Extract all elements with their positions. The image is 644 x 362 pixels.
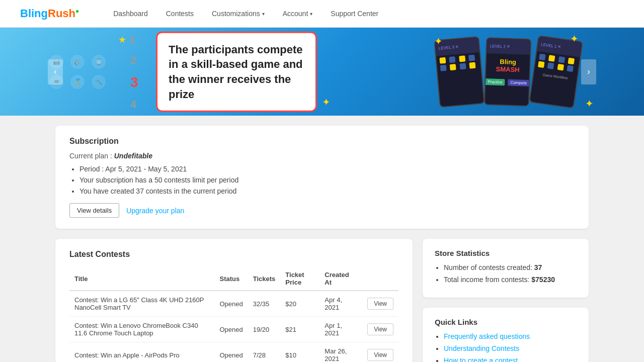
nav-customizations[interactable]: Customizations ▾ [203,0,274,28]
contest-title-1: Contest: Win a Lenovo ChromeBook C340 11… [69,317,214,342]
banner-cards: LEVEL 3 ✕ LEVEL 2 ✕ Bling SMASH Practice… [437,38,579,106]
upgrade-plan-link[interactable]: Upgrade your plan [126,207,184,215]
banner-headline: The participants compete in a skill-base… [156,31,317,112]
contest-tickets-2: 7/28 [248,342,281,363]
banner-prev-button[interactable]: ‹ [48,59,63,84]
banner-icon: ⌚ [92,55,106,69]
stat-label-1: Total income from contests: [444,276,531,284]
sub-bullet-3: You have created 37 contests in the curr… [79,187,575,195]
step-4: 4 [118,98,136,111]
contest-created-1: Apr 1, 2021 [319,317,362,342]
stat-item-0: Number of contests created: 37 [444,263,577,272]
card-dots [436,52,481,73]
blingsmash-logo: Bling SMASH [486,53,530,78]
lower-section: Latest Contests Title Status Tickets Tic… [55,239,589,362]
table-row: Contest: Win a Lenovo ChromeBook C340 11… [69,317,398,342]
col-title: Title [69,267,214,291]
view-contest-1-button[interactable]: View [367,323,393,335]
step-number: 4 [130,98,136,111]
stat-label-0: Number of contests created: [444,263,534,272]
step-1: ★ 1 [118,33,135,46]
sidebar: Store Statistics Number of contests crea… [423,239,589,362]
quicklink-faq[interactable]: Frequently asked questions [444,332,530,340]
stats-list: Number of contests created: 37 Total inc… [444,263,577,284]
quicklink-understanding[interactable]: Understanding Contests [444,344,519,352]
step-3: 3 [118,74,138,90]
view-contest-2-button[interactable]: View [367,349,393,361]
star-decoration: ✦ [570,33,579,45]
quicklinks-title: Quick Links [435,318,577,326]
contest-action-1: View [362,317,398,342]
step-number: 3 [130,74,138,90]
contest-title-0: Contest: Win a LG 65" Class 4K UHD 2160P… [69,291,214,317]
subscription-card: Subscription Current plan : Undefitable … [55,126,589,229]
subscription-plan: Current plan : Undefitable [69,152,575,160]
contests-section-title: Latest Contests [69,250,398,259]
quicklinks-card: Quick Links Frequently asked questionsUn… [423,308,589,362]
subscription-bullets: Period : Apr 5, 2021 - May 5, 2021 Your … [79,165,575,195]
view-details-button[interactable]: View details [69,203,119,218]
quicklinks-list: Frequently asked questionsUnderstanding … [444,332,577,362]
col-action [362,267,398,291]
contest-status-2: Opened [214,342,248,363]
nav-links: Dashboard Contests Customizations ▾ Acco… [104,0,624,28]
contest-status-1: Opened [214,317,248,342]
quicklink-create[interactable]: How to create a contest [444,356,518,362]
nav-account[interactable]: Account ▾ [274,0,322,28]
nav-support[interactable]: Support Center [321,0,387,28]
logo: BlingRush● [20,7,79,20]
contest-status-0: Opened [214,291,248,317]
banner-card-2: LEVEL 2 ✕ Bling SMASH Practice Compete [484,37,532,106]
view-contest-0-button[interactable]: View [367,298,393,310]
logo-bling: Bling [20,7,48,20]
star-decoration: ✦ [585,98,594,110]
step-2: 2 [118,53,136,66]
logo-dot: ● [75,8,79,15]
sub-bullet-2: Your subscription has a 50 contests limi… [79,176,575,184]
contest-action-2: View [362,342,398,363]
subscription-title: Subscription [69,137,575,146]
banner-steps: ★ 1 2 3 4 [118,33,138,111]
banner-next-button[interactable]: › [581,59,596,84]
quicklink-item-understanding: Understanding Contests [444,344,577,352]
contests-card: Latest Contests Title Status Tickets Tic… [55,239,413,362]
quicklink-item-create: How to create a contest [444,356,577,362]
contest-created-2: Mar 26, 2021 [319,342,362,363]
quicklink-item-faq: Frequently asked questions [444,332,577,340]
contest-price-0: $20 [280,291,319,317]
stat-item-1: Total income from contests: $75230 [444,276,577,284]
stat-value-0: 37 [534,263,542,272]
banner-icon: 🏅 [70,75,85,89]
card-header: LEVEL 2 ✕ [487,38,530,55]
stat-value-1: $75230 [531,276,555,284]
sub-bullet-1: Period : Apr 5, 2021 - May 5, 2021 [79,165,575,173]
col-created-at: Created At [319,267,362,291]
contests-table: Title Status Tickets Ticket Price Create… [69,267,398,362]
nav-contests[interactable]: Contests [157,0,203,28]
col-status: Status [214,267,248,291]
contest-created-0: Apr 4, 2021 [319,291,362,317]
step-number: 1 [129,33,135,46]
table-row: Contest: Win a LG 65" Class 4K UHD 2160P… [69,291,398,317]
contest-tickets-0: 32/35 [248,291,281,317]
stats-card: Store Statistics Number of contests crea… [423,239,589,298]
plan-label: Current plan : [69,152,114,160]
nav-dashboard[interactable]: Dashboard [104,0,157,28]
contest-title-2: Contest: Win an Apple - AirPods Pro [69,342,214,363]
contest-tickets-1: 19/20 [248,317,281,342]
star-decoration: ✦ [434,35,443,47]
plan-name: Undefitable [114,152,152,160]
logo-rush: Rush [48,7,75,20]
subscription-actions: View details Upgrade your plan [69,203,575,218]
navbar: BlingRush● Dashboard Contests Customizat… [0,0,644,28]
col-ticket-price: Ticket Price [280,267,319,291]
contest-action-0: View [362,291,398,317]
star-decoration: ✦ [322,96,331,108]
contest-price-1: $21 [280,317,319,342]
col-tickets: Tickets [248,267,281,291]
stats-title: Store Statistics [435,249,577,257]
banner-icon: 🔨 [92,75,106,89]
banner-icon: 🎸 [70,55,85,69]
step-star: ★ [118,34,126,45]
table-row: Contest: Win an Apple - AirPods Pro Open… [69,342,398,363]
